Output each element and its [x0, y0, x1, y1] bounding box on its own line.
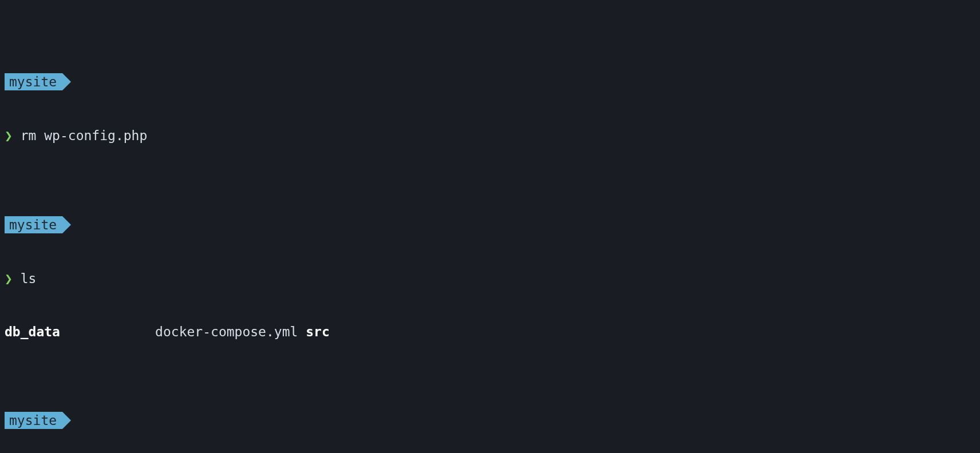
prompt-badge: mysite [5, 412, 975, 430]
command-text: ls [21, 271, 37, 286]
terminal-output[interactable]: mysite ❯ rm wp-config.php mysite ❯ ls db… [0, 0, 980, 453]
command-line: ❯ ls [5, 270, 975, 288]
command-text: rm wp-config.php [21, 128, 148, 143]
command-line: ❯ rm wp-config.php [5, 127, 975, 145]
ls-output: db_data docker-compose.yml src [5, 323, 975, 341]
prompt-badge: mysite [5, 73, 975, 92]
cwd-badge: mysite [5, 216, 62, 233]
prompt-symbol: ❯ [5, 128, 13, 143]
prompt-badge: mysite [5, 216, 975, 235]
ls-entry: src [306, 324, 330, 339]
cwd-badge: mysite [5, 412, 62, 429]
prompt-symbol: ❯ [5, 271, 13, 286]
ls-entry: docker-compose.yml [155, 324, 298, 339]
cwd-badge: mysite [5, 73, 62, 90]
ls-entry: db_data [5, 324, 60, 339]
